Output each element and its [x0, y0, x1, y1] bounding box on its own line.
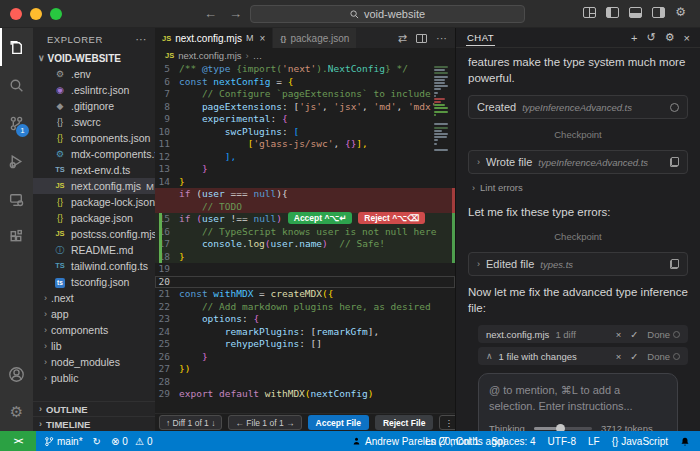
explorer-icon[interactable]	[0, 28, 33, 66]
toggle-panel-icon[interactable]	[629, 7, 642, 18]
folder-item[interactable]: ›.next	[33, 290, 155, 306]
remote-indicator[interactable]: ><	[0, 431, 36, 451]
sidebar-section-outline[interactable]: ›OUTLINE	[33, 401, 155, 416]
copy-icon[interactable]	[670, 259, 679, 269]
file-item[interactable]: {}components.json	[33, 130, 155, 146]
chat-input-box[interactable]: @ to mention, ⌘L to add a selection. Ent…	[478, 373, 678, 431]
file-item[interactable]: ⓘREADME.md	[33, 242, 155, 258]
encoding-item[interactable]: UTF-8	[548, 436, 576, 447]
open-changes-icon[interactable]: ⇄	[398, 32, 407, 45]
code-editor[interactable]: 5/** @type {import('next').NextConfig} *…	[155, 63, 455, 413]
accept-check-icon[interactable]: ✓	[630, 329, 638, 340]
reject-x-icon[interactable]: ×	[616, 351, 622, 362]
new-chat-icon[interactable]: +	[631, 32, 637, 44]
accounts-icon[interactable]	[0, 355, 33, 393]
blame-annotation[interactable]: Andrew Pareles (7 months ago)	[352, 436, 506, 447]
copy-icon[interactable]	[670, 157, 679, 167]
lint-errors-disclosure[interactable]: › Lint errors	[472, 182, 688, 193]
file-nav-control[interactable]: ← File 1 of 1 →	[228, 415, 301, 430]
editor-group: JS next.config.mjs M × {} package.json ⇄…	[155, 28, 455, 431]
line-number: 8	[155, 101, 179, 114]
source-control-icon[interactable]: 1	[0, 104, 33, 142]
customize-layout-icon[interactable]	[583, 7, 596, 18]
card-filename: typeInferenceAdvanced.ts	[538, 157, 648, 168]
eol-item[interactable]: LF	[588, 436, 600, 447]
explorer-more-actions-icon[interactable]: ⋯	[136, 33, 148, 46]
accept-check-icon[interactable]: ✓	[630, 351, 638, 362]
split-editor-icon[interactable]	[416, 34, 427, 43]
file-item[interactable]: ⚙mdx-components.tsx	[33, 146, 155, 162]
maximize-window-button[interactable]	[50, 8, 62, 20]
reject-x-icon[interactable]: ×	[616, 329, 622, 340]
sync-icon[interactable]: ↻	[93, 436, 101, 447]
chevron-right-icon: ›	[44, 373, 47, 383]
toggle-primary-sidebar-icon[interactable]	[606, 7, 619, 18]
tab-package-json[interactable]: {} package.json	[272, 28, 356, 48]
file-item[interactable]: {}package.json	[33, 210, 155, 226]
diff-nav-control[interactable]: ↑ Diff 1 of 1 ↓	[159, 415, 222, 430]
reject-diff-button[interactable]: Reject ^⌥⌫	[358, 212, 425, 224]
back-icon[interactable]: ←	[204, 6, 217, 21]
checkpoint-label[interactable]: Checkpoint	[468, 129, 688, 140]
layout-settings-icon[interactable]: ⚙	[675, 7, 686, 18]
command-center-search[interactable]: void-website	[250, 5, 525, 23]
close-window-button[interactable]	[10, 8, 22, 20]
chevron-right-icon: ›	[39, 404, 42, 414]
file-item[interactable]: JSnext.config.mjsM	[33, 178, 155, 194]
git-branch-item[interactable]: main*	[44, 436, 83, 447]
file-item[interactable]: {}package-lock.json	[33, 194, 155, 210]
extensions-icon[interactable]	[0, 218, 33, 256]
done-toggle[interactable]	[673, 331, 680, 338]
reject-file-button[interactable]: Reject File	[375, 415, 434, 430]
chat-tab[interactable]: CHAT	[466, 29, 495, 46]
wrote-file-card[interactable]: › Wrote file typeInferenceAdvanced.ts	[468, 150, 688, 174]
folder-item[interactable]: ›public	[33, 370, 155, 386]
toggle-secondary-sidebar-icon[interactable]	[652, 7, 665, 18]
file-item[interactable]: JSpostcss.config.mjs	[33, 226, 155, 242]
file-item[interactable]: TSnext-env.d.ts	[33, 162, 155, 178]
file-item[interactable]: ◉.eslintrc.json	[33, 82, 155, 98]
forward-icon[interactable]: →	[229, 6, 242, 21]
file-item[interactable]: ⚙.env	[33, 66, 155, 82]
run-debug-icon[interactable]	[0, 142, 33, 180]
minimap-line	[434, 139, 438, 141]
folder-item[interactable]: ›app	[33, 306, 155, 322]
minimap-line	[434, 136, 447, 138]
done-toggle[interactable]	[673, 353, 680, 360]
problems-item[interactable]: ⊗ 0 ⚠ 0	[111, 436, 152, 447]
minimap[interactable]	[434, 66, 449, 152]
file-item[interactable]: ◆.gitignore	[33, 98, 155, 114]
created-file-card[interactable]: Created typeInferenceAdvanced.ts	[468, 95, 688, 119]
folder-item[interactable]: ›components	[33, 322, 155, 338]
notifications-bell-icon[interactable]	[680, 436, 690, 447]
close-chat-icon[interactable]: ×	[684, 32, 690, 44]
folder-item[interactable]: ›lib	[33, 338, 155, 354]
file-type-icon: {}	[54, 132, 66, 144]
file-item[interactable]: {}.swcrc	[33, 114, 155, 130]
search-sidebar-icon[interactable]	[0, 66, 33, 104]
sidebar-section-timeline[interactable]: ›TIMELINE	[33, 416, 155, 431]
close-tab-icon[interactable]: ×	[259, 33, 265, 44]
remote-explorer-icon[interactable]	[0, 180, 33, 218]
minimap-line	[434, 111, 448, 113]
file-name: package-lock.json	[71, 196, 155, 208]
workspace-root-folder[interactable]: ∨ VOID-WEBSITE	[33, 50, 155, 66]
accept-file-button[interactable]: Accept File	[308, 415, 369, 430]
editor-more-actions-icon[interactable]: ···	[436, 32, 447, 44]
files-with-changes-row[interactable]: ∧ 1 file with changes × ✓ Done	[478, 347, 688, 365]
edited-file-card[interactable]: › Edited file types.ts	[468, 252, 688, 276]
breadcrumb[interactable]: JS next.config.mjs › …	[155, 48, 455, 63]
language-mode-item[interactable]: {} JavaScript	[612, 436, 668, 447]
folder-item[interactable]: ›node_modules	[33, 354, 155, 370]
settings-gear-icon[interactable]: ⚙	[0, 393, 33, 431]
checkpoint-label[interactable]: Checkpoint	[468, 231, 688, 242]
diff-file-row[interactable]: next.config.mjs 1 diff × ✓ Done	[478, 325, 688, 343]
tab-next-config[interactable]: JS next.config.mjs M ×	[155, 28, 272, 48]
accept-diff-button[interactable]: Accept ^⌥↵	[288, 212, 353, 224]
file-item[interactable]: tstsconfig.json	[33, 274, 155, 290]
file-item[interactable]: TStailwind.config.ts	[33, 258, 155, 274]
chat-settings-icon[interactable]: ⚙	[665, 31, 675, 44]
minimize-window-button[interactable]	[30, 8, 42, 20]
chat-history-icon[interactable]: ↺	[646, 31, 655, 44]
line-number: 18	[155, 251, 179, 264]
